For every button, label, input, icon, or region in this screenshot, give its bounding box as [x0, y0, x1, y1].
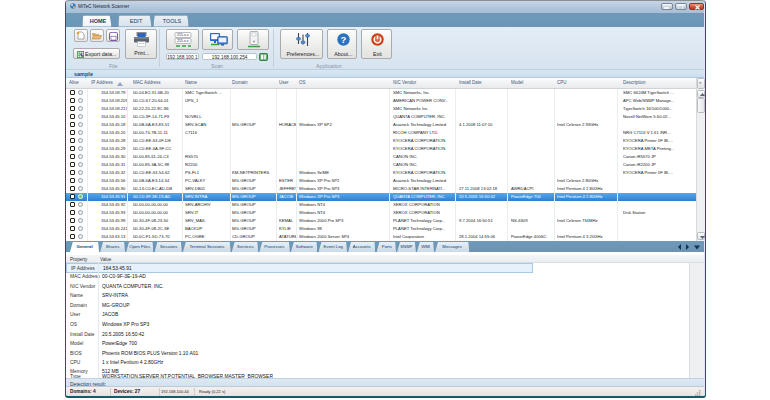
- svg-text:?: ?: [340, 33, 346, 44]
- svg-text:255.x.x: 255.x.x: [177, 33, 189, 37]
- svg-text:255.x.x: 255.x.x: [177, 39, 189, 43]
